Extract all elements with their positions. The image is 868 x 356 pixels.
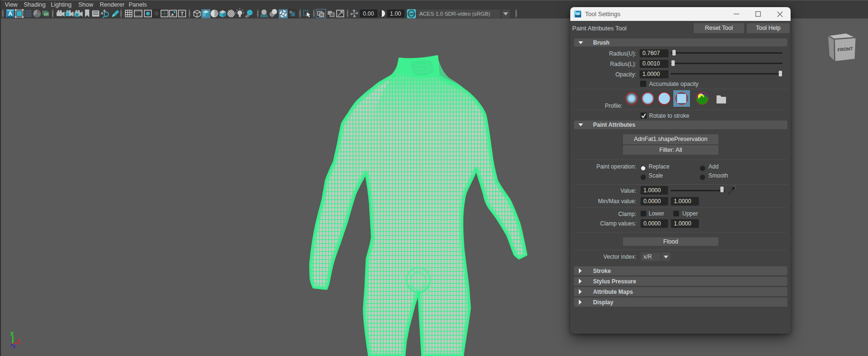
svg-text:z: z <box>13 343 16 349</box>
svg-text:M: M <box>576 11 580 16</box>
svg-text:x: x <box>18 337 21 343</box>
svg-text:y: y <box>10 330 14 336</box>
